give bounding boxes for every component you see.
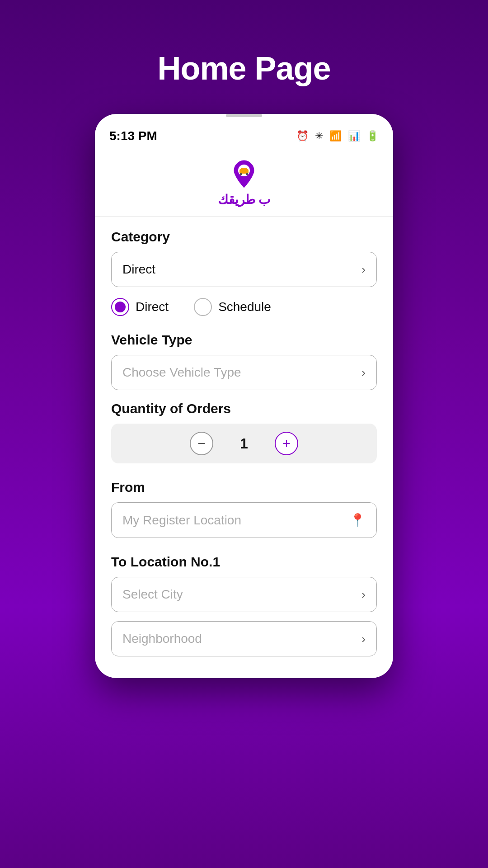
radio-schedule-outer: [194, 298, 212, 316]
radio-direct-outer: [111, 298, 129, 316]
category-select[interactable]: Direct ›: [111, 252, 377, 287]
vehicle-type-select[interactable]: Choose Vehicle Type ›: [111, 355, 377, 390]
radio-direct-label: Direct: [136, 300, 169, 314]
location-pin-icon: 📍: [350, 513, 366, 528]
quantity-section: Quantity of Orders − 1 +: [111, 401, 377, 463]
vehicle-chevron-icon: ›: [361, 366, 366, 380]
neighborhood-chevron-icon: ›: [361, 632, 366, 646]
phone-handle: [226, 114, 262, 117]
category-selected-value: Direct: [122, 262, 155, 277]
from-location-input[interactable]: My Register Location 📍: [111, 502, 377, 538]
radio-direct[interactable]: Direct: [111, 298, 169, 316]
neighborhood-input[interactable]: Neighborhood ›: [111, 621, 377, 656]
radio-direct-inner: [115, 302, 126, 312]
category-label: Category: [111, 229, 377, 245]
page-title: Home Page: [157, 50, 330, 87]
signal-icon: 📊: [348, 130, 360, 142]
wifi-icon: 📶: [329, 130, 342, 142]
radio-schedule-label: Schedule: [218, 300, 271, 314]
status-time: 5:13 PM: [109, 129, 157, 143]
svg-point-3: [240, 173, 242, 175]
from-section: From My Register Location 📍: [111, 480, 377, 538]
phone-frame: 5:13 PM ⏰ ✳ 📶 📊 🔋 ب طريقك Category Dir: [95, 114, 393, 678]
select-city-input[interactable]: Select City ›: [111, 577, 377, 612]
scroll-content: Category Direct › Direct Schedule Vehicl…: [95, 217, 393, 678]
radio-group: Direct Schedule: [111, 298, 377, 316]
city-chevron-icon: ›: [361, 588, 366, 602]
battery-icon: 🔋: [366, 130, 379, 142]
to-location-label: To Location No.1: [111, 554, 377, 570]
svg-point-4: [246, 173, 249, 175]
svg-rect-2: [241, 168, 247, 170]
quantity-plus-button[interactable]: +: [275, 432, 298, 455]
select-city-placeholder: Select City: [122, 587, 183, 602]
from-location-placeholder: My Register Location: [122, 513, 241, 528]
plus-icon: +: [282, 436, 291, 451]
app-logo-icon: [229, 159, 259, 189]
bluetooth-icon: ✳: [315, 130, 323, 142]
category-chevron-icon: ›: [361, 263, 366, 277]
app-logo-text: ب طريقك: [218, 192, 271, 207]
neighborhood-placeholder: Neighborhood: [122, 632, 202, 646]
quantity-minus-button[interactable]: −: [190, 432, 213, 455]
vehicle-type-placeholder: Choose Vehicle Type: [122, 365, 241, 380]
quantity-label: Quantity of Orders: [111, 401, 377, 416]
status-icons: ⏰ ✳ 📶 📊 🔋: [296, 130, 379, 142]
vehicle-type-label: Vehicle Type: [111, 332, 377, 348]
status-bar: 5:13 PM ⏰ ✳ 📶 📊 🔋: [95, 121, 393, 148]
quantity-value: 1: [235, 435, 253, 452]
alarm-icon: ⏰: [296, 130, 309, 142]
to-section: To Location No.1 Select City › Neighborh…: [111, 554, 377, 665]
radio-schedule[interactable]: Schedule: [194, 298, 271, 316]
app-logo: ب طريقك: [95, 148, 393, 217]
minus-icon: −: [197, 436, 206, 451]
from-label: From: [111, 480, 377, 495]
quantity-control: − 1 +: [111, 424, 377, 463]
